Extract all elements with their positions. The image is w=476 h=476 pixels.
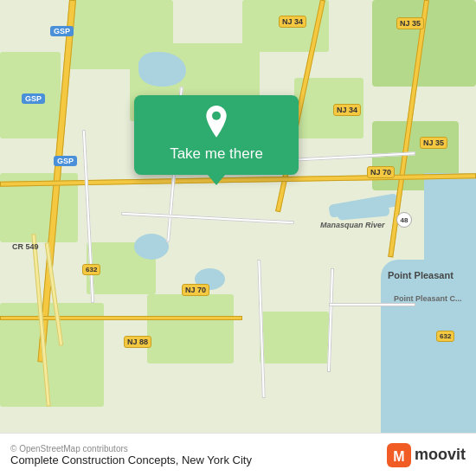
highway-label-nj70-1: NJ 70 bbox=[367, 166, 395, 178]
highway-label-632-1: 632 bbox=[82, 264, 100, 275]
highway-label-nj34-1: NJ 34 bbox=[279, 16, 306, 28]
location-title: Complete Construction Concepts, New York… bbox=[10, 453, 252, 466]
highway-label-cr549: CR 549 bbox=[12, 242, 39, 251]
moovit-logo-icon: M bbox=[387, 443, 411, 467]
map-container: GSP GSP GSP NJ 34 NJ 34 NJ 35 NJ 35 NJ 7… bbox=[0, 0, 476, 433]
tooltip-card[interactable]: Take me there bbox=[134, 95, 299, 175]
highway-label-gsp2: GSP bbox=[22, 93, 45, 104]
highway-label-nj35-1: NJ 35 bbox=[396, 17, 424, 29]
place-label-point-pleasant-c: Point Pleasant C... bbox=[394, 294, 462, 303]
svg-text:M: M bbox=[393, 449, 404, 464]
water-pond bbox=[134, 234, 169, 260]
water-bay bbox=[381, 260, 476, 433]
highway-label-nj88: NJ 88 bbox=[124, 336, 151, 348]
place-label-manasquan: Manasquan River bbox=[320, 221, 385, 229]
place-label-point-pleasant: Point Pleasant bbox=[388, 270, 453, 280]
tooltip-text: Take me there bbox=[170, 145, 263, 163]
highway-label-gsp3: GSP bbox=[54, 156, 77, 166]
svg-point-0 bbox=[212, 112, 221, 120]
highway-label-632-2: 632 bbox=[436, 331, 454, 342]
road-nj88 bbox=[0, 316, 242, 320]
location-pin-icon bbox=[199, 106, 234, 140]
highway-label-nj35-2: NJ 35 bbox=[420, 137, 447, 149]
bottom-left-info: © OpenStreetMap contributors Complete Co… bbox=[10, 444, 252, 466]
green-area bbox=[147, 294, 234, 363]
highway-label-48: 48 bbox=[396, 212, 412, 228]
moovit-logo: M moovit bbox=[387, 443, 466, 467]
bottom-bar: © OpenStreetMap contributors Complete Co… bbox=[0, 433, 476, 476]
highway-label-nj34-2: NJ 34 bbox=[333, 104, 361, 116]
road-local bbox=[329, 303, 415, 306]
green-area bbox=[260, 312, 329, 363]
highway-label-gsp1: GSP bbox=[50, 26, 74, 36]
moovit-text: moovit bbox=[415, 446, 466, 464]
water-lake bbox=[138, 52, 186, 87]
highway-label-nj70-2: NJ 70 bbox=[182, 284, 209, 296]
osm-credit: © OpenStreetMap contributors bbox=[10, 444, 252, 453]
